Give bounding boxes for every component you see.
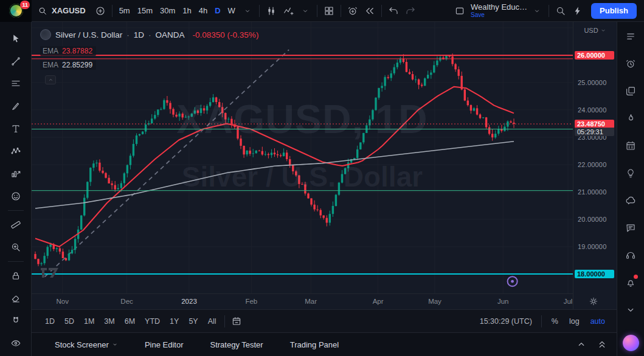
last-price-badge: 23.48750 bbox=[575, 120, 614, 128]
layout-name-menu[interactable]: Wealthy Educ… Save bbox=[471, 3, 527, 18]
candlestick-chart[interactable] bbox=[32, 22, 573, 293]
emoji-tool-button[interactable] bbox=[7, 188, 24, 205]
interval-dropdown-chevron-icon[interactable] bbox=[239, 2, 256, 19]
toolbar-divider bbox=[341, 5, 341, 17]
indicator-row-ema-slow[interactable]: EMA 22.85299 bbox=[40, 60, 96, 70]
time-axis[interactable]: NovDec2023FebMarAprMayJunJul bbox=[32, 293, 573, 309]
publish-button[interactable]: Publish bbox=[591, 3, 637, 19]
undo-button[interactable] bbox=[385, 2, 402, 19]
hide-all-tool-button[interactable] bbox=[7, 335, 24, 352]
zoom-in-tool-button[interactable] bbox=[7, 239, 24, 256]
brush-tool-button[interactable] bbox=[7, 98, 24, 115]
notifications-button[interactable] bbox=[623, 275, 638, 290]
legend-interval[interactable]: 1D bbox=[134, 30, 144, 39]
percent-scale-button[interactable]: % bbox=[547, 314, 563, 329]
layout-panel-icon[interactable] bbox=[451, 2, 468, 19]
fib-retracement-tool-button[interactable] bbox=[7, 75, 24, 92]
top-toolbar: 11 XAGUSD 5m15m30m1h4hDW Wealthy Educ… S… bbox=[0, 0, 644, 22]
range-5d-button[interactable]: 5D bbox=[60, 314, 79, 329]
watchlist-button[interactable] bbox=[623, 29, 638, 44]
interval-w-button[interactable]: W bbox=[224, 3, 239, 19]
go-to-date-button[interactable] bbox=[228, 313, 245, 330]
range-1y-button[interactable]: 1Y bbox=[165, 314, 184, 329]
interval-15m-button[interactable]: 15m bbox=[134, 3, 156, 19]
chat-button[interactable] bbox=[623, 221, 638, 235]
quick-search-button[interactable] bbox=[552, 2, 569, 19]
expand-panel-button[interactable] bbox=[573, 336, 590, 353]
layout-dropdown-chevron-icon[interactable] bbox=[528, 2, 545, 19]
indicators-dropdown-chevron-icon[interactable] bbox=[297, 2, 314, 19]
magnet-tool-button[interactable] bbox=[7, 312, 24, 329]
range-all-button[interactable]: All bbox=[203, 314, 221, 329]
save-layout-label[interactable]: Save bbox=[471, 12, 485, 18]
indicator-label: EMA bbox=[43, 61, 58, 69]
chart-canvas[interactable]: XAGUSD, 1D Silver / U.S. Dollar Silver /… bbox=[32, 22, 573, 293]
bar-replay-button[interactable] bbox=[361, 2, 378, 19]
symbol-search-button[interactable]: XAGUSD bbox=[32, 2, 92, 19]
symbol-search-value: XAGUSD bbox=[52, 6, 86, 15]
economic-calendar-button[interactable] bbox=[623, 139, 638, 153]
create-alert-button[interactable] bbox=[344, 2, 361, 19]
candlesticks bbox=[34, 53, 514, 266]
add-compare-symbol-button[interactable] bbox=[92, 2, 109, 19]
range-6m-button[interactable]: 6M bbox=[120, 314, 140, 329]
bottom-toolbar: 1D5D1M3M6MYTD1Y5YAll 15:30:29 (UTC) % lo… bbox=[32, 309, 617, 332]
xabcd-pattern-tool-button[interactable] bbox=[7, 143, 24, 160]
alerts-button[interactable] bbox=[623, 56, 638, 71]
time-axis-label: May bbox=[428, 298, 441, 305]
interval-1h-button[interactable]: 1h bbox=[179, 3, 195, 19]
interval-4h-button[interactable]: 4h bbox=[195, 3, 211, 19]
range-ytd-button[interactable]: YTD bbox=[140, 314, 165, 329]
time-axis-label: Mar bbox=[305, 298, 317, 305]
lock-all-tool-button[interactable] bbox=[7, 267, 24, 284]
text-tool-tool-button[interactable] bbox=[7, 120, 24, 137]
price-axis-label: 22.00000 bbox=[578, 161, 606, 168]
range-3m-button[interactable]: 3M bbox=[99, 314, 119, 329]
measure-tool-button[interactable] bbox=[7, 216, 24, 233]
legend-symbol-title[interactable]: Silver / U.S. Dollar bbox=[55, 30, 122, 39]
eraser-tool-button[interactable] bbox=[7, 290, 24, 307]
maximize-panel-button[interactable] bbox=[594, 336, 611, 353]
cursor-tool-button[interactable] bbox=[7, 30, 24, 47]
toolbar-divider bbox=[8, 261, 24, 262]
toolbar-divider bbox=[317, 5, 317, 17]
price-axis[interactable]: USD 26.0000025.0000024.0000023.0000022.0… bbox=[573, 22, 617, 309]
interval-30m-button[interactable]: 30m bbox=[156, 3, 179, 19]
trend-line-tool-button[interactable] bbox=[7, 53, 24, 70]
support-button[interactable] bbox=[623, 248, 638, 262]
chart-legend[interactable]: Silver / U.S. Dollar · 1D · OANDA -0.083… bbox=[40, 29, 258, 40]
ai-assistant-icon[interactable] bbox=[623, 335, 639, 351]
event-marker bbox=[508, 276, 518, 286]
redo-button[interactable] bbox=[402, 2, 419, 19]
hotlists-button[interactable] bbox=[623, 111, 638, 126]
price-axis-label: 20.00000 bbox=[578, 216, 606, 223]
multichart-layout-button[interactable] bbox=[320, 2, 338, 19]
tab-stock-screener[interactable]: Stock Screener bbox=[55, 333, 118, 356]
legend-exchange[interactable]: OANDA bbox=[156, 30, 185, 39]
collapse-legend-button[interactable] bbox=[45, 75, 56, 84]
panel-tabs: Stock ScreenerPine EditorStrategy Tester… bbox=[55, 333, 339, 356]
interval-5m-button[interactable]: 5m bbox=[116, 3, 134, 19]
indicators-button[interactable] bbox=[280, 2, 297, 19]
boost-button[interactable] bbox=[569, 2, 586, 19]
forecast-tool-button[interactable] bbox=[7, 165, 24, 182]
minds-button[interactable] bbox=[623, 193, 638, 208]
tab-trading-panel[interactable]: Trading Panel bbox=[290, 333, 339, 356]
object-tree-button[interactable] bbox=[623, 84, 638, 98]
indicator-row-ema-fast[interactable]: EMA 23.87882 bbox=[40, 46, 96, 56]
main-menu-button[interactable]: 11 bbox=[0, 0, 32, 22]
tab-strategy-tester[interactable]: Strategy Tester bbox=[210, 333, 263, 356]
tradingview-logo-watermark[interactable] bbox=[40, 266, 61, 279]
chart-style-button[interactable] bbox=[263, 2, 280, 19]
interval-d-button[interactable]: D bbox=[211, 3, 224, 19]
range-1d-button[interactable]: 1D bbox=[40, 314, 60, 329]
range-5y-button[interactable]: 5Y bbox=[184, 314, 203, 329]
range-1m-button[interactable]: 1M bbox=[79, 314, 99, 329]
tab-pine-editor[interactable]: Pine Editor bbox=[145, 333, 184, 356]
chart-settings-gear-icon[interactable] bbox=[587, 295, 600, 307]
server-clock[interactable]: 15:30:29 (UTC) bbox=[480, 317, 532, 326]
auto-scale-button[interactable]: auto bbox=[586, 314, 609, 329]
scroll-more-button[interactable] bbox=[623, 303, 638, 317]
log-scale-button[interactable]: log bbox=[565, 314, 584, 329]
ideas-button[interactable] bbox=[623, 166, 638, 180]
